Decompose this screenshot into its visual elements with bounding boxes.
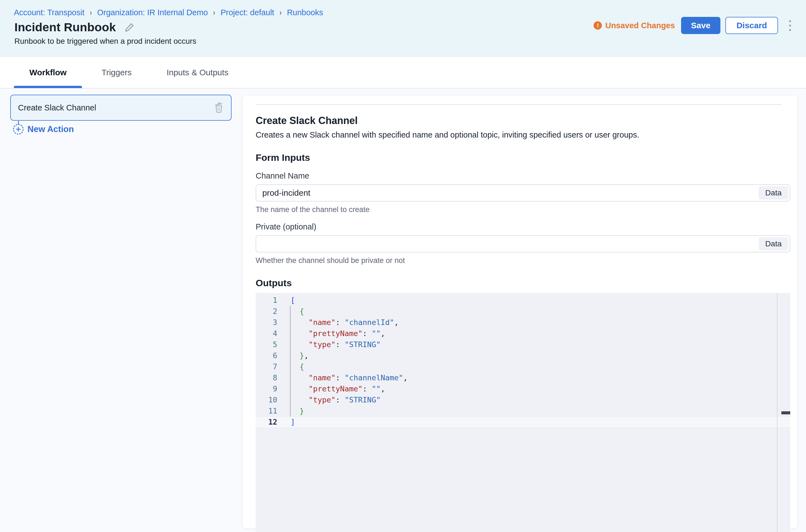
top-divider bbox=[256, 104, 781, 105]
channel-name-label: Channel Name bbox=[256, 171, 790, 180]
channel-name-input[interactable] bbox=[256, 184, 790, 202]
new-action-button[interactable]: New Action bbox=[13, 124, 74, 134]
private-field-wrap: Data bbox=[256, 235, 790, 252]
channel-name-data-button[interactable]: Data bbox=[758, 186, 788, 200]
line-number: 11 bbox=[256, 405, 277, 417]
line-number: 9 bbox=[256, 383, 277, 395]
code-text: }, bbox=[277, 350, 309, 361]
breadcrumb-organization[interactable]: Organization: IR Internal Demo bbox=[97, 8, 208, 17]
edit-title-pencil-icon[interactable] bbox=[124, 22, 134, 33]
breadcrumb-separator-icon: › bbox=[279, 8, 282, 17]
code-text: [ bbox=[277, 295, 295, 306]
code-text: "name": "channelId", bbox=[277, 317, 399, 328]
code-line[interactable]: 6 }, bbox=[256, 350, 790, 361]
tab-workflow[interactable]: Workflow bbox=[14, 57, 82, 88]
code-text: } bbox=[277, 405, 304, 417]
new-action-label: New Action bbox=[28, 124, 74, 134]
delete-step-trash-icon[interactable] bbox=[214, 102, 224, 113]
code-text: "name": "channelName", bbox=[277, 372, 408, 383]
code-text: { bbox=[277, 361, 304, 372]
line-number: 3 bbox=[256, 317, 277, 328]
code-line[interactable]: 7 { bbox=[256, 361, 790, 372]
line-number: 7 bbox=[256, 361, 277, 372]
channel-name-helper: The name of the channel to create bbox=[256, 205, 790, 214]
code-text: "prettyName": "", bbox=[277, 383, 385, 395]
line-number: 6 bbox=[256, 350, 277, 361]
breadcrumb-account[interactable]: Account: Transposit bbox=[14, 8, 85, 17]
breadcrumb-separator-icon: › bbox=[213, 8, 216, 17]
code-line[interactable]: 9 "prettyName": "", bbox=[256, 383, 790, 395]
unsaved-changes-badge: ! Unsaved Changes bbox=[593, 21, 675, 30]
line-number: 4 bbox=[256, 328, 277, 339]
code-text: ] bbox=[277, 417, 295, 428]
code-text: "type": "STRING" bbox=[277, 339, 381, 350]
indent-guide-line bbox=[290, 306, 291, 417]
tab-inputs-outputs[interactable]: Inputs & Outputs bbox=[151, 57, 244, 88]
code-line[interactable]: 5 "type": "STRING" bbox=[256, 339, 790, 350]
code-text: "type": "STRING" bbox=[277, 395, 381, 405]
code-text: { bbox=[277, 306, 304, 317]
outputs-code-editor[interactable]: 1[2 {3 "name": "channelId",4 "prettyName… bbox=[256, 293, 790, 532]
tab-triggers[interactable]: Triggers bbox=[86, 57, 147, 88]
discard-button[interactable]: Discard bbox=[726, 17, 778, 34]
code-line[interactable]: 2 { bbox=[256, 306, 790, 317]
line-number: 1 bbox=[256, 295, 277, 306]
page-header: Account: Transposit › Organization: IR I… bbox=[0, 0, 806, 57]
save-button[interactable]: Save bbox=[681, 17, 720, 34]
page-subtitle: Runbook to be triggered when a prod inci… bbox=[14, 37, 196, 46]
alert-icon: ! bbox=[593, 21, 602, 30]
code-line[interactable]: 12] bbox=[256, 417, 790, 428]
code-line[interactable]: 8 "name": "channelName", bbox=[256, 372, 790, 383]
code-line[interactable]: 11 } bbox=[256, 405, 790, 417]
action-detail-panel: Create Slack Channel Creates a new Slack… bbox=[242, 95, 798, 529]
breadcrumb-project[interactable]: Project: default bbox=[220, 8, 274, 17]
breadcrumb-runbooks[interactable]: Runbooks bbox=[287, 8, 323, 17]
private-input[interactable] bbox=[256, 235, 790, 252]
private-data-button[interactable]: Data bbox=[758, 237, 788, 250]
line-number: 2 bbox=[256, 306, 277, 317]
breadcrumb: Account: Transposit › Organization: IR I… bbox=[14, 8, 323, 17]
form-inputs-heading: Form Inputs bbox=[256, 152, 790, 163]
line-number: 5 bbox=[256, 339, 277, 350]
line-number: 12 bbox=[256, 417, 277, 428]
workflow-step-create-slack-channel[interactable]: Create Slack Channel bbox=[10, 95, 232, 121]
code-lines: 1[2 {3 "name": "channelId",4 "prettyName… bbox=[256, 293, 790, 428]
overview-ruler-cursor-mark bbox=[781, 411, 790, 414]
action-title: Create Slack Channel bbox=[256, 115, 790, 127]
code-line[interactable]: 3 "name": "channelId", bbox=[256, 317, 790, 328]
channel-name-field-wrap: Data bbox=[256, 184, 790, 202]
line-number: 8 bbox=[256, 372, 277, 383]
action-description: Creates a new Slack channel with specifi… bbox=[256, 130, 790, 139]
tab-bar: Workflow Triggers Inputs & Outputs bbox=[0, 57, 806, 89]
code-text: "prettyName": "", bbox=[277, 328, 385, 339]
workflow-step-label: Create Slack Channel bbox=[18, 103, 214, 112]
overview-ruler-line bbox=[777, 293, 777, 532]
private-label: Private (optional) bbox=[256, 222, 790, 231]
page-title: Incident Runbook bbox=[14, 20, 116, 34]
breadcrumb-separator-icon: › bbox=[90, 8, 92, 17]
line-number: 10 bbox=[256, 395, 277, 405]
code-line[interactable]: 10 "type": "STRING" bbox=[256, 395, 790, 405]
unsaved-changes-label: Unsaved Changes bbox=[605, 21, 675, 30]
code-line[interactable]: 4 "prettyName": "", bbox=[256, 328, 790, 339]
outputs-heading: Outputs bbox=[256, 278, 790, 288]
private-helper: Whether the channel should be private or… bbox=[256, 256, 790, 265]
code-line[interactable]: 1[ bbox=[256, 295, 790, 306]
plus-icon bbox=[13, 124, 23, 134]
more-options-kebab-icon[interactable] bbox=[786, 18, 794, 33]
